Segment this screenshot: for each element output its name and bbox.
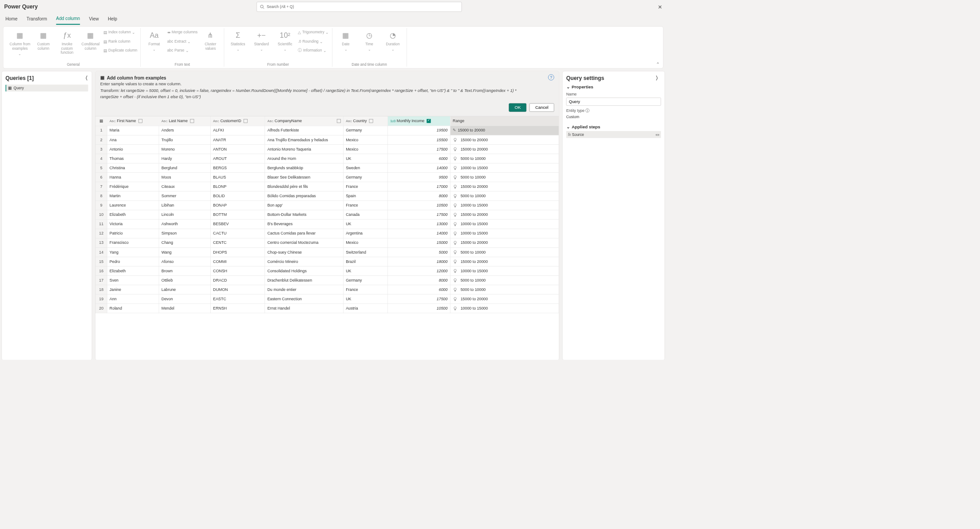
cell-range[interactable]: 5000 to 10000 <box>450 154 559 163</box>
table-row[interactable]: 11VictoriaAshworthBESBEVB's BeveragesUK1… <box>95 219 559 229</box>
cell-company[interactable]: Chop-suey Chinese <box>265 247 344 257</box>
cell-last-name[interactable]: Afonso <box>159 257 210 266</box>
cell-country[interactable]: UK <box>343 266 387 275</box>
info-icon[interactable]: ⓘ <box>585 108 589 113</box>
cluster-values-button[interactable]: ⋔Cluster values <box>200 28 221 50</box>
cell-first-name[interactable]: Thomas <box>107 154 159 163</box>
cell-country[interactable]: Germany <box>343 126 387 135</box>
information-button[interactable]: ⓘInformation ⌄ <box>298 46 328 55</box>
cell-country[interactable]: Mexico <box>343 144 387 154</box>
cell-income[interactable]: 17500 <box>388 294 450 303</box>
col-customer-id[interactable]: ABCCustomerID <box>210 116 265 126</box>
cell-range[interactable]: 10000 to 15000 <box>450 163 559 172</box>
cell-range[interactable]: 15000 to 20000 <box>450 144 559 154</box>
cell-income[interactable]: 10500 <box>388 303 450 313</box>
duration-button[interactable]: ◔Duration⌄ <box>382 28 403 52</box>
cell-company[interactable]: B's Beverages <box>265 219 344 229</box>
cell-company[interactable]: Berglunds snabbköp <box>265 163 344 172</box>
cell-company[interactable]: Ernst Handel <box>265 303 344 313</box>
table-row[interactable]: 4ThomasHardyAROUTAround the HornUK600050… <box>95 154 559 163</box>
cell-range[interactable]: 15000 to 20000 <box>450 210 559 219</box>
cell-company[interactable]: Bottom-Dollar Markets <box>265 210 344 219</box>
collapse-ribbon-button[interactable]: ⌃ <box>656 62 660 67</box>
cell-country[interactable]: Austria <box>343 303 387 313</box>
select-all-header[interactable]: ▦ <box>95 116 107 126</box>
cell-last-name[interactable]: Mendel <box>159 303 210 313</box>
cell-range[interactable]: 15000 to 20000 <box>450 182 559 191</box>
cell-income[interactable]: 9500 <box>388 172 450 182</box>
cell-range[interactable]: 15000 to 20000 <box>450 238 559 247</box>
query-item[interactable]: ▦ Query <box>5 84 88 91</box>
expand-settings-button[interactable]: 〉 <box>656 74 661 81</box>
collapse-queries-button[interactable]: 〈 <box>83 74 88 81</box>
cell-company[interactable]: Antonio Moreno Taqueria <box>265 144 344 154</box>
cell-customer-id[interactable]: EASTC <box>210 294 265 303</box>
table-row[interactable]: 19AnnDevonEASTCEastern ConnectionUK17500… <box>95 294 559 303</box>
cell-company[interactable]: Eastern Connection <box>265 294 344 303</box>
cell-company[interactable]: Drachenblut Delikatessen <box>265 275 344 285</box>
data-grid[interactable]: ▦ ABCFirst Name ABCLast Name ABCCustomer… <box>95 116 559 359</box>
table-row[interactable]: 7FrédériqueCiteauxBLONPBlondesddsl pére … <box>95 182 559 191</box>
cell-income[interactable]: 17500 <box>388 144 450 154</box>
cell-last-name[interactable]: Citeaux <box>159 182 210 191</box>
cell-range[interactable]: ✎15000 to 20000 <box>450 126 559 135</box>
cell-country[interactable]: Mexico <box>343 135 387 144</box>
cell-first-name[interactable]: Maria <box>107 126 159 135</box>
cell-company[interactable]: Du monde entier <box>265 285 344 294</box>
cell-range[interactable]: 5000 to 10000 <box>450 285 559 294</box>
cell-company[interactable]: Around the Horn <box>265 154 344 163</box>
cell-customer-id[interactable]: BOTTM <box>210 210 265 219</box>
cell-country[interactable]: Switzerland <box>343 247 387 257</box>
cell-last-name[interactable]: Ottlieb <box>159 275 210 285</box>
cell-last-name[interactable]: Sommer <box>159 191 210 200</box>
tab-transform[interactable]: Transform <box>27 15 47 24</box>
cell-first-name[interactable]: Hanna <box>107 172 159 182</box>
date-button[interactable]: ▦Date⌄ <box>335 28 356 52</box>
parse-button[interactable]: abcParse ⌄ <box>167 46 198 55</box>
cell-company[interactable]: Comércio Mineiro <box>265 257 344 266</box>
tab-home[interactable]: Home <box>5 15 17 24</box>
table-row[interactable]: 10ElizabethLincolnBOTTMBottom-Dollar Mar… <box>95 210 559 219</box>
properties-section[interactable]: ⌄Properties <box>566 84 661 89</box>
time-button[interactable]: ◷Time⌄ <box>359 28 380 52</box>
table-row[interactable]: 18JanineLabruneDUMONDu monde entierFranc… <box>95 285 559 294</box>
cell-customer-id[interactable]: BESBEV <box>210 219 265 229</box>
rounding-button[interactable]: .0Rounding ⌄ <box>298 37 328 46</box>
cell-income[interactable]: 5000 <box>388 247 450 257</box>
cell-last-name[interactable]: Ashworth <box>159 219 210 229</box>
table-row[interactable]: 16ElizabethBrownCONSHConsolidated Holdin… <box>95 266 559 275</box>
cell-company[interactable]: Bólido Comidas preparadas <box>265 191 344 200</box>
cell-customer-id[interactable]: BLONP <box>210 182 265 191</box>
cell-country[interactable]: Germany <box>343 172 387 182</box>
cell-first-name[interactable]: Elizabeth <box>107 210 159 219</box>
table-row[interactable]: 2AnaTrujilloANATRAna Trujillo Emaredados… <box>95 135 559 144</box>
cell-first-name[interactable]: Yang <box>107 247 159 257</box>
cell-income[interactable]: 13000 <box>388 219 450 229</box>
merge-columns-button[interactable]: ⬌Merge columns <box>167 28 198 36</box>
cell-company[interactable]: Bon app' <box>265 201 344 210</box>
cell-first-name[interactable]: Laurence <box>107 201 159 210</box>
format-button[interactable]: AaFormat⌄ <box>144 28 165 52</box>
cell-customer-id[interactable]: BONAP <box>210 201 265 210</box>
cell-income[interactable]: 8000 <box>388 191 450 200</box>
cell-customer-id[interactable]: BOLID <box>210 191 265 200</box>
cell-country[interactable]: Canada <box>343 210 387 219</box>
table-row[interactable]: 8MartinSommerBOLIDBólido Comidas prepara… <box>95 191 559 200</box>
cell-country[interactable]: Brazil <box>343 257 387 266</box>
duplicate-column-button[interactable]: ▤Duplicate column <box>103 46 137 55</box>
col-checkbox-checked[interactable] <box>427 119 431 123</box>
tab-add-column[interactable]: Add column <box>56 14 80 25</box>
cell-country[interactable]: Mexico <box>343 238 387 247</box>
cell-range[interactable]: 10000 to 15000 <box>450 201 559 210</box>
table-row[interactable]: 15PedroAfonsoCOMMIComércio MineiroBrazil… <box>95 257 559 266</box>
cell-country[interactable]: UK <box>343 219 387 229</box>
cell-country[interactable]: Spain <box>343 191 387 200</box>
cell-customer-id[interactable]: CACTU <box>210 229 265 238</box>
cell-last-name[interactable]: Labrune <box>159 285 210 294</box>
table-row[interactable]: 6HannaMoosBLAUSBlauer See DelikatessenGe… <box>95 172 559 182</box>
cell-first-name[interactable]: Ana <box>107 135 159 144</box>
cell-range[interactable]: 15000 to 20000 <box>450 257 559 266</box>
cell-company[interactable]: Centro comercial Moctezuma <box>265 238 344 247</box>
cell-range[interactable]: 10000 to 15000 <box>450 219 559 229</box>
cell-last-name[interactable]: Moreno <box>159 144 210 154</box>
